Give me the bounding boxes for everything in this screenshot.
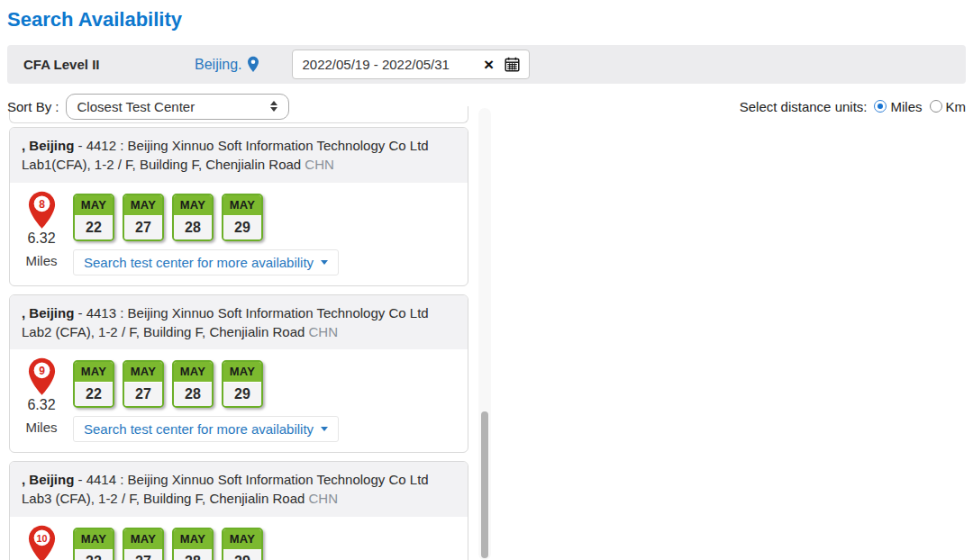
test-center-country: CHN — [305, 157, 334, 172]
tile-day: 22 — [75, 549, 113, 560]
test-center-title: , Beijing - 4413 : Beijing Xinnuo Soft I… — [10, 295, 468, 350]
results-scrollbar-thumb[interactable] — [481, 411, 488, 558]
pin-number: 9 — [39, 365, 45, 377]
caret-down-icon — [321, 427, 328, 431]
test-center-body: 10 6.32 Miles MAY 22 MAY 27 — [10, 517, 468, 560]
more-availability-dropdown[interactable]: Search test center for more availability — [73, 416, 339, 442]
map-pin-icon: 9 — [28, 357, 56, 396]
tile-day: 28 — [174, 382, 212, 406]
sort-by-label: Sort By : — [7, 99, 59, 114]
tile-month: MAY — [174, 529, 212, 549]
available-dates-row: MAY 22 MAY 27 MAY 28 MAY — [73, 528, 339, 560]
distance-value: 6.32 — [27, 230, 55, 247]
available-date-tile[interactable]: MAY 29 — [222, 360, 263, 408]
tile-month: MAY — [124, 362, 162, 382]
km-radio-label: Km — [946, 99, 967, 114]
tile-month: MAY — [174, 362, 212, 382]
distance-value: 6.32 — [27, 397, 55, 413]
miles-radio[interactable] — [874, 100, 887, 113]
sort-select[interactable]: Closest Test Center — [66, 94, 289, 120]
available-date-tile[interactable]: MAY 29 — [222, 528, 263, 560]
test-center-city: , Beijing — [22, 472, 74, 487]
location-link[interactable]: Beijing. — [195, 56, 259, 73]
available-date-tile[interactable]: MAY 28 — [172, 528, 214, 560]
test-center-id: - 4414 : — [78, 472, 124, 487]
available-date-tile[interactable]: MAY 22 — [73, 194, 114, 241]
tile-day: 27 — [124, 549, 162, 560]
distance-unit: Miles — [25, 420, 57, 435]
tile-month: MAY — [124, 529, 162, 549]
location-label[interactable]: Beijing. — [195, 57, 241, 73]
radio-option-miles[interactable]: Miles — [874, 99, 922, 114]
tile-day: 22 — [75, 382, 113, 406]
available-date-tile[interactable]: MAY 29 — [222, 194, 263, 241]
caret-down-icon — [321, 260, 328, 265]
map-pin-icon: 10 — [28, 525, 56, 560]
tile-day: 29 — [223, 549, 261, 560]
test-center-city: , Beijing — [22, 305, 74, 321]
tile-month: MAY — [124, 195, 162, 215]
test-center-body: 9 6.32 Miles MAY 22 MAY 27 — [10, 349, 468, 452]
tile-day: 22 — [75, 215, 113, 239]
test-center-card: , Beijing - 4412 : Beijing Xinnuo Soft I… — [9, 127, 468, 286]
date-range-input[interactable]: 2022/05/19 - 2022/05/31 × — [292, 50, 530, 79]
tile-month: MAY — [75, 362, 113, 382]
map-pin-icon: 8 — [28, 191, 56, 230]
tile-day: 27 — [124, 215, 162, 239]
tile-month: MAY — [75, 195, 113, 215]
available-dates-row: MAY 22 MAY 27 MAY 28 MAY — [73, 194, 339, 241]
calendar-icon[interactable] — [505, 57, 520, 72]
tile-day: 28 — [174, 549, 212, 560]
more-availability-label: Search test center for more availability — [84, 255, 314, 270]
tile-day: 29 — [223, 382, 261, 406]
available-date-tile[interactable]: MAY 28 — [172, 194, 214, 241]
exam-name: CFA Level II — [23, 57, 195, 72]
available-date-tile[interactable]: MAY 27 — [123, 194, 164, 241]
tile-month: MAY — [223, 362, 261, 382]
results-list: , Beijing - 4412 : Beijing Xinnuo Soft I… — [7, 106, 491, 560]
clear-dates-icon[interactable]: × — [484, 56, 494, 73]
distance-units-group: Select distance units: Miles Km — [740, 99, 966, 114]
distance-column: 9 6.32 Miles — [21, 357, 62, 442]
tile-month: MAY — [223, 529, 261, 549]
tile-month: MAY — [75, 529, 113, 549]
available-date-tile[interactable]: MAY 22 — [73, 360, 114, 408]
sort-group: Sort By : Closest Test Center — [7, 94, 289, 120]
available-date-tile[interactable]: MAY 27 — [123, 528, 164, 560]
available-date-tile[interactable]: MAY 28 — [172, 360, 214, 408]
more-availability-dropdown[interactable]: Search test center for more availability — [73, 249, 339, 275]
pin-number: 8 — [39, 198, 45, 211]
filter-bar: CFA Level II Beijing. 2022/05/19 - 2022/… — [7, 45, 966, 84]
test-center-card: , Beijing - 4413 : Beijing Xinnuo Soft I… — [9, 294, 468, 454]
test-center-title: , Beijing - 4414 : Beijing Xinnuo Soft I… — [10, 462, 468, 517]
distance-column: 10 6.32 Miles — [21, 524, 62, 560]
test-center-card: , Beijing - 4414 : Beijing Xinnuo Soft I… — [9, 461, 468, 560]
test-center-id: - 4413 : — [78, 305, 124, 321]
available-date-tile[interactable]: MAY 22 — [73, 528, 114, 560]
tile-month: MAY — [174, 195, 212, 215]
select-updown-icon — [270, 101, 277, 112]
distance-units-label: Select distance units: — [740, 99, 868, 114]
tile-day: 27 — [124, 382, 162, 406]
dates-column: MAY 22 MAY 27 MAY 28 MAY — [73, 524, 339, 560]
tile-day: 28 — [174, 215, 212, 239]
km-radio[interactable] — [930, 100, 942, 113]
distance-unit: Miles — [25, 253, 57, 268]
pin-number: 10 — [36, 533, 47, 544]
miles-radio-label: Miles — [890, 99, 922, 114]
distance-column: 8 6.32 Miles — [21, 190, 62, 275]
test-center-body: 8 6.32 Miles MAY 22 MAY 27 — [10, 183, 468, 285]
location-pin-icon — [247, 56, 259, 73]
controls-row: Sort By : Closest Test Center Select dis… — [7, 93, 966, 120]
sort-selected-value: Closest Test Center — [77, 99, 196, 114]
dates-column: MAY 22 MAY 27 MAY 28 MAY — [73, 190, 339, 275]
tile-month: MAY — [223, 195, 261, 215]
date-range-value[interactable]: 2022/05/19 - 2022/05/31 — [302, 57, 472, 72]
results-scrollbar-track[interactable] — [478, 108, 491, 560]
available-date-tile[interactable]: MAY 27 — [123, 360, 164, 408]
more-availability-label: Search test center for more availability — [84, 421, 314, 437]
test-center-title: , Beijing - 4412 : Beijing Xinnuo Soft I… — [10, 128, 468, 183]
radio-option-km[interactable]: Km — [930, 99, 967, 114]
page-title: Search Availability — [7, 8, 182, 32]
search-availability-page: Search Availability CFA Level II Beijing… — [0, 0, 973, 560]
